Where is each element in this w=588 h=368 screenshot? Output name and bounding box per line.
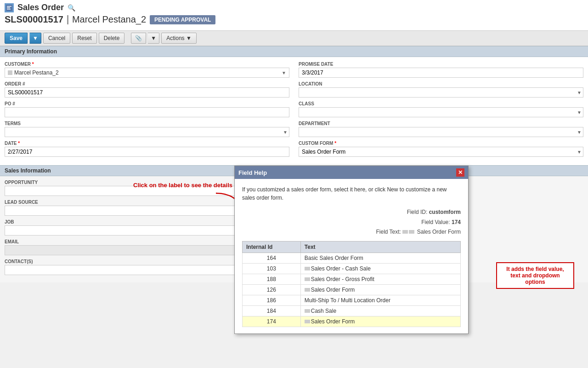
table-cell-text: Sales Order - Cash Sale xyxy=(300,263,460,274)
class-select-wrapper: ▼ xyxy=(299,107,583,117)
table-cell-text: Sales Order Form xyxy=(300,316,460,327)
table-cell-text: Basic Sales Order Form xyxy=(300,253,460,263)
table-cell-id: 164 xyxy=(243,253,301,263)
location-select[interactable] xyxy=(299,87,583,98)
date-label: DATE * xyxy=(5,141,289,146)
mini-icon-1 xyxy=(402,230,408,234)
customer-dropdown-icon[interactable]: ▼ xyxy=(282,70,286,75)
callout-text: It adds the field value, text and dropdo… xyxy=(506,266,564,285)
field-value-row: Field Value: 174 xyxy=(242,218,461,228)
field-id-value: customform xyxy=(429,209,461,215)
form-row-1: CUSTOMER * Marcel Pestana_2 ▼ PROMISE DA… xyxy=(5,62,583,78)
dialog-table-body: 164Basic Sales Order Form103Sales Order … xyxy=(243,253,461,327)
field-id-label: Field ID: xyxy=(407,209,428,215)
terms-select-wrapper: ▼ xyxy=(5,127,289,137)
svg-rect-3 xyxy=(7,9,11,10)
dialog-description: If you customized a sales order form, se… xyxy=(242,185,461,202)
terms-select[interactable] xyxy=(5,127,289,137)
department-select[interactable] xyxy=(299,127,583,137)
table-row[interactable]: 103Sales Order - Cash Sale xyxy=(243,263,461,274)
promise-date-col: PROMISE DATE xyxy=(299,62,583,78)
date-col: DATE * xyxy=(5,141,289,157)
status-badge: PENDING APPROVAL xyxy=(150,15,215,24)
page-header: Sales Order 🔍 SLS00001517 Marcel Pestana… xyxy=(0,0,588,31)
search-icon[interactable]: 🔍 xyxy=(68,4,75,12)
toolbar: Save ▼ Cancel Reset Delete 📎 ▼ Actions ▼ xyxy=(0,31,588,46)
po-input[interactable] xyxy=(5,107,289,117)
custom-form-select[interactable]: Sales Order Form xyxy=(299,147,583,157)
dialog-close-button[interactable]: ✕ xyxy=(456,168,464,177)
field-help-dialog: Field Help ✕ If you customized a sales o… xyxy=(234,166,469,334)
table-cell-id: 184 xyxy=(243,305,301,316)
reset-button[interactable]: Reset xyxy=(72,33,96,44)
promise-date-label: PROMISE DATE xyxy=(299,62,583,67)
page-title-row: Sales Order 🔍 xyxy=(5,3,583,12)
customer-label: CUSTOMER * xyxy=(5,62,289,67)
field-text-row: Field Text: Sales Order Form xyxy=(242,227,461,237)
terms-label: TERMS xyxy=(5,121,289,126)
location-label: LOCATION xyxy=(299,81,583,86)
page-wrapper: Sales Order 🔍 SLS00001517 Marcel Pestana… xyxy=(0,0,588,368)
field-text-icons xyxy=(402,230,414,234)
terms-col: TERMS ▼ xyxy=(5,121,289,137)
table-cell-text: Sales Order Form xyxy=(300,284,460,295)
date-input[interactable] xyxy=(5,147,289,157)
table-row[interactable]: 174Sales Order Form xyxy=(243,316,461,327)
table-row[interactable]: 184Cash Sale xyxy=(243,305,461,316)
order-label: ORDER # xyxy=(5,81,289,86)
customer-value: Marcel Pestana_2 xyxy=(14,69,280,76)
form-row-3: PO # CLASS ▼ xyxy=(5,101,583,117)
primary-section-header: Primary Information xyxy=(0,46,588,57)
record-name: Marcel Pestana_2 xyxy=(72,14,146,25)
delete-button[interactable]: Delete xyxy=(99,33,125,44)
row-icon xyxy=(305,288,310,292)
row-icon xyxy=(305,267,310,270)
order-input[interactable] xyxy=(5,87,289,98)
record-id: SLS00001517 xyxy=(5,14,63,25)
department-select-wrapper: ▼ xyxy=(299,127,583,137)
table-row[interactable]: 164Basic Sales Order Form xyxy=(243,253,461,263)
attach-button[interactable]: 📎 xyxy=(131,33,146,44)
page-title: Sales Order xyxy=(17,3,64,12)
form-row-2: ORDER # LOCATION ▼ xyxy=(5,81,583,98)
customer-col: CUSTOMER * Marcel Pestana_2 ▼ xyxy=(5,62,289,78)
customer-field[interactable]: Marcel Pestana_2 ▼ xyxy=(5,68,289,78)
divider-bar xyxy=(67,15,68,24)
table-row[interactable]: 126Sales Order Form xyxy=(243,284,461,295)
dialog-table: Internal Id Text 164Basic Sales Order Fo… xyxy=(242,241,461,327)
table-cell-text: Cash Sale xyxy=(300,305,460,316)
save-dropdown-button[interactable]: ▼ xyxy=(29,33,41,44)
table-cell-id: 126 xyxy=(243,284,301,295)
field-value-value: 174 xyxy=(452,219,461,225)
table-row[interactable]: 186Multi-Ship To / Multi Location Order xyxy=(243,295,461,305)
field-text-value: Sales Order Form xyxy=(417,229,461,235)
cancel-button[interactable]: Cancel xyxy=(43,33,70,44)
actions-button[interactable]: Actions ▼ xyxy=(161,33,197,44)
field-value-label: Field Value: xyxy=(421,219,450,225)
col-internal-id: Internal Id xyxy=(243,241,301,253)
row-icon xyxy=(305,320,310,323)
custom-form-label: CUSTOM FORM * xyxy=(299,141,583,146)
po-col: PO # xyxy=(5,101,289,117)
dialog-title: Field Help xyxy=(238,169,267,176)
department-col: DEPARTMENT ▼ xyxy=(299,121,583,137)
table-cell-id: 186 xyxy=(243,295,301,305)
field-id-row: Field ID: customform xyxy=(242,207,461,218)
class-select[interactable] xyxy=(299,107,583,117)
attach-dropdown-button[interactable]: ▼ xyxy=(148,33,159,44)
form-row-5: DATE * CUSTOM FORM * Sales Order Form ▼ xyxy=(5,141,583,157)
record-id-row: SLS00001517 Marcel Pestana_2 PENDING APP… xyxy=(5,14,583,25)
svg-rect-1 xyxy=(7,6,11,7)
form-row-4: TERMS ▼ DEPARTMENT ▼ xyxy=(5,121,583,137)
table-cell-id: 103 xyxy=(243,263,301,274)
svg-rect-2 xyxy=(7,7,10,8)
department-label: DEPARTMENT xyxy=(299,121,583,126)
dialog-meta: Field ID: customform Field Value: 174 Fi… xyxy=(242,207,461,237)
promise-date-input[interactable] xyxy=(299,68,583,78)
table-cell-text: Multi-Ship To / Multi Location Order xyxy=(300,295,460,305)
table-row[interactable]: 188Sales Order - Gross Profit xyxy=(243,274,461,284)
col-text: Text xyxy=(300,241,460,253)
mini-icon-2 xyxy=(409,230,414,234)
page-icon xyxy=(5,3,14,12)
save-button[interactable]: Save xyxy=(5,33,28,44)
